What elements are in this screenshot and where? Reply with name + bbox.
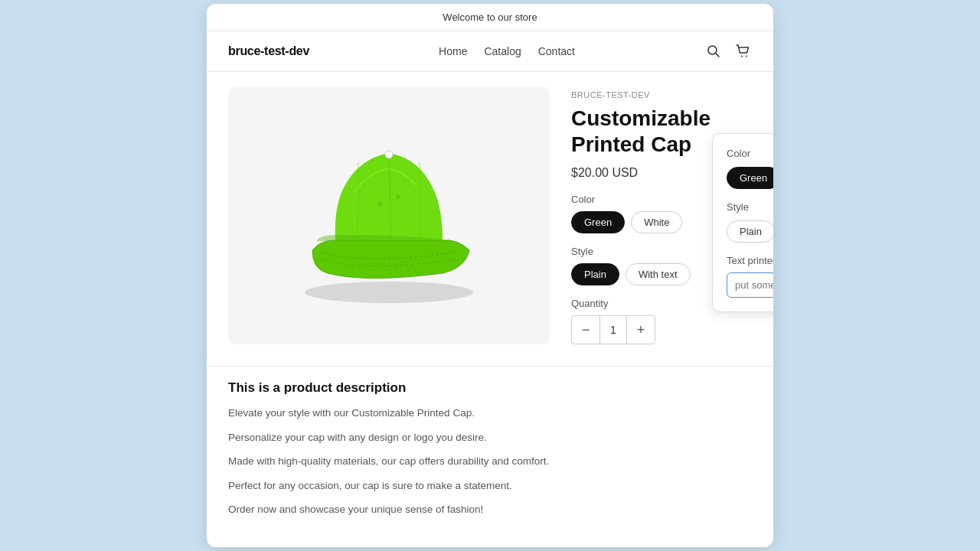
announcement-bar: Welcome to our store <box>207 4 773 31</box>
popup-style-label: Style <box>727 201 773 213</box>
nav-catalog[interactable]: Catalog <box>484 45 521 57</box>
search-button[interactable] <box>704 42 723 60</box>
popup-style-options: Plain With text <box>727 220 773 243</box>
svg-point-7 <box>396 194 400 199</box>
site-logo: bruce-test-dev <box>228 44 309 58</box>
svg-point-2 <box>741 55 743 57</box>
site-header: bruce-test-dev Home Catalog Contact <box>207 31 773 72</box>
search-icon <box>706 44 721 59</box>
variant-popup: Color Green White Style Plain With text … <box>712 133 773 312</box>
style-option-with-text[interactable]: With text <box>626 263 691 285</box>
svg-line-1 <box>716 53 720 57</box>
quantity-decrease-button[interactable]: − <box>572 316 599 344</box>
popup-text-input[interactable] <box>727 272 773 298</box>
popup-style-plain[interactable]: Plain <box>727 220 773 243</box>
quantity-control: − 1 + <box>571 315 655 344</box>
popup-text-label: Text printed on the cap <box>727 255 773 266</box>
announcement-text: Welcome to our store <box>443 11 537 23</box>
product-brand: BRUCE-TEST-DEV <box>571 90 752 99</box>
style-option-plain[interactable]: Plain <box>571 263 619 285</box>
description-p5: Order now and showcase your unique sense… <box>228 501 752 518</box>
description-p3: Made with high-quality materials, our ca… <box>228 453 752 470</box>
quantity-increase-button[interactable]: + <box>627 316 655 344</box>
svg-point-5 <box>385 151 393 158</box>
description-p2: Personalize your cap with any design or … <box>228 429 752 446</box>
popup-color-green[interactable]: Green <box>727 167 773 189</box>
description-title: This is a product description <box>228 380 752 396</box>
product-image-area <box>228 87 550 344</box>
description-p1: Elevate your style with our Customizable… <box>228 405 752 422</box>
cap-illustration <box>266 116 511 315</box>
main-nav: Home Catalog Contact <box>439 45 575 57</box>
cart-button[interactable] <box>733 42 752 60</box>
svg-point-3 <box>746 55 747 57</box>
popup-color-options: Green White <box>727 167 773 189</box>
product-page: BRUCE-TEST-DEV Customizable Printed Cap … <box>207 72 773 366</box>
product-image <box>228 87 550 344</box>
description-p4: Perfect for any occasion, our cap is sur… <box>228 478 752 494</box>
nav-contact[interactable]: Contact <box>538 45 575 57</box>
quantity-value: 1 <box>599 316 627 344</box>
cart-icon <box>735 44 750 59</box>
svg-point-4 <box>305 282 473 303</box>
color-option-white[interactable]: White <box>631 211 682 233</box>
svg-point-6 <box>377 202 382 207</box>
color-option-green[interactable]: Green <box>571 211 625 233</box>
popup-color-label: Color <box>727 148 773 159</box>
nav-home[interactable]: Home <box>439 45 467 57</box>
header-icons <box>704 42 752 60</box>
product-description-section: This is a product description Elevate yo… <box>207 366 773 547</box>
